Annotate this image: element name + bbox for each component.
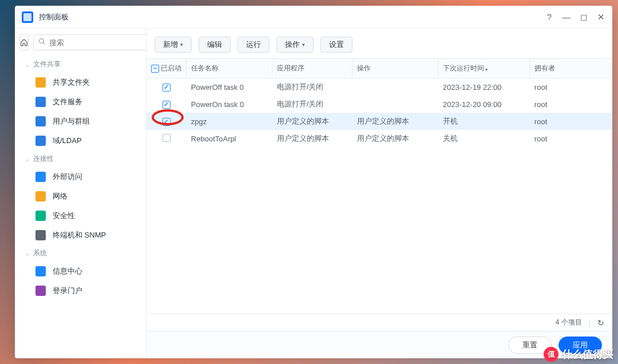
network-icon bbox=[35, 191, 46, 201]
cell-app: 用户定义的脚本 bbox=[272, 130, 352, 147]
sidebar: ⌃文件共享共享文件夹文件服务用户与群组域/LDAP⌃连接性外部访问网络安全性终端… bbox=[15, 29, 146, 358]
sidebar-group-header[interactable]: ⌃文件共享 bbox=[15, 56, 146, 73]
folder-shared-icon bbox=[35, 77, 46, 88]
search-box[interactable] bbox=[33, 34, 150, 50]
sidebar-item-label: 终端机和 SNMP bbox=[53, 230, 106, 240]
sidebar-item[interactable]: 终端机和 SNMP bbox=[15, 225, 146, 245]
table-row[interactable]: RebootToArpl用户定义的脚本用户定义的脚本关机root bbox=[146, 130, 612, 147]
run-button[interactable]: 运行 bbox=[237, 37, 270, 53]
enabled-checkbox[interactable] bbox=[163, 101, 171, 109]
status-bar: 4 个项目 | ↻ bbox=[146, 314, 612, 331]
item-count-label: 4 个项目 bbox=[556, 318, 582, 327]
sidebar-item-label: 信息中心 bbox=[53, 266, 82, 276]
close-icon[interactable]: ✕ bbox=[596, 12, 605, 22]
caret-down-icon: ▾ bbox=[180, 42, 183, 48]
window-title: 控制面板 bbox=[39, 12, 537, 22]
maximize-icon[interactable]: ◻ bbox=[579, 12, 588, 22]
sidebar-item[interactable]: 文件服务 bbox=[15, 92, 146, 112]
task-table: 已启动 任务名称 应用程序 操作 下次运行时间▴ 拥有者 PowerOff ta… bbox=[146, 59, 612, 147]
refresh-icon[interactable]: ↻ bbox=[597, 318, 604, 327]
control-panel-window: 控制面板 ? — ◻ ✕ ⌃文件共享共享文件夹文件服务用户与群组域/LDAP⌃连… bbox=[15, 6, 612, 358]
cell-next: 关机 bbox=[438, 130, 530, 147]
file-service-icon bbox=[35, 97, 46, 107]
group-label: 系统 bbox=[33, 248, 47, 258]
action-button[interactable]: 操作▾ bbox=[276, 37, 314, 53]
sidebar-item[interactable]: 网络 bbox=[15, 187, 146, 206]
search-row bbox=[15, 29, 146, 56]
security-shield-icon bbox=[35, 211, 46, 221]
cell-next: 开机 bbox=[438, 113, 530, 130]
chevron-up-icon: ⌃ bbox=[25, 156, 30, 162]
settings-button[interactable]: 设置 bbox=[320, 37, 352, 53]
cell-op: 用户定义的脚本 bbox=[352, 130, 438, 147]
search-input[interactable] bbox=[49, 38, 145, 47]
col-enabled-header[interactable]: 已启动 bbox=[146, 59, 187, 78]
terminal-snmp-icon bbox=[35, 230, 46, 240]
cell-owner: root bbox=[530, 113, 612, 130]
cell-name: RebootToArpl bbox=[187, 130, 272, 147]
cell-op bbox=[352, 96, 438, 113]
table-row[interactable]: PowerOn task 0电源打开/关闭2023-12-20 09:00roo… bbox=[146, 96, 612, 113]
watermark: 值 什么值得买 bbox=[544, 347, 613, 362]
group-label: 文件共享 bbox=[33, 60, 61, 69]
edit-button[interactable]: 编辑 bbox=[199, 37, 231, 53]
indeterminate-checkbox-icon[interactable] bbox=[151, 65, 159, 73]
col-owner-header[interactable]: 拥有者 bbox=[530, 59, 612, 78]
window-body: ⌃文件共享共享文件夹文件服务用户与群组域/LDAP⌃连接性外部访问网络安全性终端… bbox=[15, 29, 612, 358]
sidebar-group-header[interactable]: ⌃系统 bbox=[15, 245, 146, 262]
sidebar-item-label: 域/LDAP bbox=[53, 136, 82, 146]
sidebar-item-label: 登录门户 bbox=[53, 286, 82, 296]
add-button[interactable]: 新增▾ bbox=[154, 37, 192, 53]
sidebar-item[interactable]: 登录门户 bbox=[15, 281, 146, 300]
enabled-checkbox[interactable] bbox=[163, 84, 171, 92]
home-button[interactable] bbox=[19, 34, 29, 50]
cell-op: 用户定义的脚本 bbox=[352, 113, 438, 130]
ldap-icon bbox=[35, 136, 46, 146]
cell-name: PowerOff task 0 bbox=[187, 78, 272, 96]
col-name-header[interactable]: 任务名称 bbox=[187, 59, 272, 78]
enabled-checkbox[interactable] bbox=[163, 134, 171, 142]
minimize-icon[interactable]: — bbox=[562, 12, 571, 22]
external-access-icon bbox=[35, 172, 46, 182]
sidebar-item[interactable]: 共享文件夹 bbox=[15, 73, 146, 92]
table-header-row: 已启动 任务名称 应用程序 操作 下次运行时间▴ 拥有者 bbox=[146, 59, 612, 78]
table-row[interactable]: zpgz用户定义的脚本用户定义的脚本开机root bbox=[146, 113, 612, 130]
cell-app: 用户定义的脚本 bbox=[272, 113, 352, 130]
cell-app: 电源打开/关闭 bbox=[272, 96, 352, 113]
sort-asc-icon: ▴ bbox=[485, 66, 488, 72]
enabled-checkbox[interactable] bbox=[163, 118, 171, 126]
table-container: 已启动 任务名称 应用程序 操作 下次运行时间▴ 拥有者 PowerOff ta… bbox=[146, 58, 612, 331]
sidebar-item[interactable]: 外部访问 bbox=[15, 167, 146, 187]
sidebar-item[interactable]: 安全性 bbox=[15, 206, 146, 225]
col-op-header[interactable]: 操作 bbox=[352, 59, 438, 78]
cell-app: 电源打开/关闭 bbox=[272, 78, 352, 96]
chevron-up-icon: ⌃ bbox=[25, 250, 30, 256]
cell-op bbox=[352, 78, 438, 96]
sidebar-item-label: 安全性 bbox=[53, 211, 75, 221]
sidebar-item-label: 共享文件夹 bbox=[53, 77, 90, 88]
cell-name: zpgz bbox=[187, 113, 272, 130]
sidebar-item[interactable]: 用户与群组 bbox=[15, 112, 146, 131]
svg-line-1 bbox=[43, 42, 45, 44]
caret-down-icon: ▾ bbox=[302, 42, 305, 48]
col-next-header[interactable]: 下次运行时间▴ bbox=[438, 59, 530, 78]
sidebar-item[interactable]: 信息中心 bbox=[15, 262, 146, 281]
info-center-icon bbox=[35, 266, 46, 276]
cell-owner: root bbox=[530, 78, 612, 96]
svg-point-0 bbox=[39, 39, 44, 43]
sidebar-item[interactable]: 域/LDAP bbox=[15, 131, 146, 151]
toolbar: 新增▾ 编辑 运行 操作▾ 设置 bbox=[146, 29, 612, 58]
cell-next: 2023-12-20 09:00 bbox=[438, 96, 530, 113]
sidebar-group-header[interactable]: ⌃连接性 bbox=[15, 151, 146, 167]
help-icon[interactable]: ? bbox=[545, 12, 554, 22]
col-app-header[interactable]: 应用程序 bbox=[272, 59, 352, 78]
cell-owner: root bbox=[530, 96, 612, 113]
chevron-up-icon: ⌃ bbox=[25, 61, 30, 68]
table-row[interactable]: PowerOff task 0电源打开/关闭2023-12-19 22:00ro… bbox=[146, 78, 612, 96]
sidebar-item-label: 外部访问 bbox=[53, 172, 82, 182]
watermark-badge-icon: 值 bbox=[544, 347, 558, 362]
search-icon bbox=[38, 38, 46, 47]
footer: 重置 应用 bbox=[146, 331, 612, 358]
cell-owner: root bbox=[530, 130, 612, 147]
watermark-text: 什么值得买 bbox=[562, 347, 613, 361]
